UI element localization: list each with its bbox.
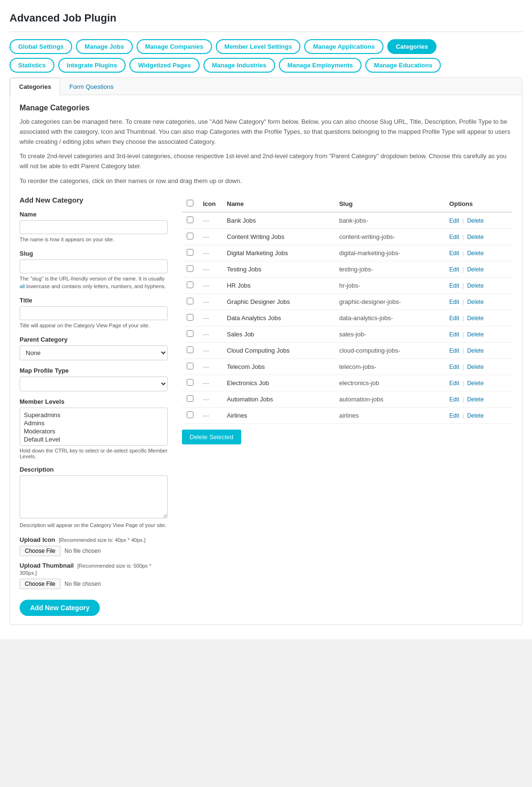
row-icon-11: --- <box>198 391 222 407</box>
edit-link-1[interactable]: Edit <box>449 234 459 240</box>
add-category-button[interactable]: Add New Category <box>20 600 100 616</box>
choose-file-icon-button[interactable]: Choose File <box>20 546 61 556</box>
nav-btn-global-settings[interactable]: Global Settings <box>10 39 72 54</box>
row-checkbox-8[interactable] <box>187 346 193 353</box>
edit-link-3[interactable]: Edit <box>449 266 459 273</box>
row-options-11: Edit | Delete <box>445 391 512 407</box>
row-name-10: Electronics Job <box>222 375 334 391</box>
delete-link-6[interactable]: Delete <box>467 315 484 322</box>
upload-icon-controls: Choose File No file chosen <box>20 546 168 556</box>
row-checkbox-12[interactable] <box>187 411 193 418</box>
edit-link-7[interactable]: Edit <box>449 331 459 338</box>
nav-btn-member-level-settings[interactable]: Member Level Settings <box>216 39 301 54</box>
slug-input[interactable] <box>20 259 168 273</box>
row-checkbox-9[interactable] <box>187 363 193 369</box>
delete-selected-button[interactable]: Delete Selected <box>182 430 241 444</box>
name-input[interactable] <box>20 220 168 234</box>
edit-link-12[interactable]: Edit <box>449 412 459 419</box>
edit-link-4[interactable]: Edit <box>449 282 459 289</box>
row-icon-1: --- <box>198 228 222 245</box>
table-row: --- Digital Marketing Jobs digital-marke… <box>182 245 512 261</box>
upload-icon-group: Upload Icon [Recommended size is: 40px *… <box>20 536 168 556</box>
table-row: --- Sales Job sales-job- Edit | Delete <box>182 326 512 342</box>
description-textarea[interactable] <box>20 475 168 518</box>
row-checkbox-4[interactable] <box>187 281 193 288</box>
select-all-checkbox[interactable] <box>187 200 193 206</box>
nav-btn-manage-industries[interactable]: Manage Industries <box>203 58 275 73</box>
table-row: --- Automation Jobs automation-jobs Edit… <box>182 391 512 407</box>
delete-link-2[interactable]: Delete <box>467 250 484 257</box>
no-file-icon-text: No file chosen <box>64 548 101 554</box>
nav-btn-categories[interactable]: Categories <box>387 39 436 54</box>
options-sep-7: | <box>462 331 464 338</box>
table-row: --- Telecom Jobs telecom-jobs- Edit | De… <box>182 358 512 375</box>
edit-link-5[interactable]: Edit <box>449 299 459 305</box>
delete-link-3[interactable]: Delete <box>467 266 484 273</box>
edit-link-0[interactable]: Edit <box>449 217 459 224</box>
upload-icon-hint: [Recommended size is: 40px * 40px.] <box>59 537 146 543</box>
row-checkbox-7[interactable] <box>187 330 193 337</box>
row-checkbox-11[interactable] <box>187 395 193 402</box>
table-row: --- Testing Jobs testing-jobs- Edit | De… <box>182 261 512 277</box>
tab-categories[interactable]: Categories <box>10 78 60 95</box>
row-checkbox-5[interactable] <box>187 298 193 304</box>
row-options-3: Edit | Delete <box>445 261 512 277</box>
row-checkbox-1[interactable] <box>187 233 193 239</box>
col-icon: Icon <box>198 196 222 212</box>
col-options: Options <box>445 196 512 212</box>
nav-btn-widgetized-pages[interactable]: Widgetized Pages <box>129 58 199 73</box>
delete-link-0[interactable]: Delete <box>467 217 484 224</box>
delete-link-12[interactable]: Delete <box>467 412 484 419</box>
row-icon-4: --- <box>198 277 222 293</box>
options-sep-0: | <box>462 217 464 224</box>
nav-btn-manage-jobs[interactable]: Manage Jobs <box>76 39 132 54</box>
nav-btn-manage-employments[interactable]: Manage Employments <box>279 58 362 73</box>
row-checkbox-2[interactable] <box>187 249 193 256</box>
delete-link-11[interactable]: Delete <box>467 396 484 403</box>
row-name-2: Digital Marketing Jobs <box>222 245 334 261</box>
edit-link-10[interactable]: Edit <box>449 380 459 387</box>
delete-link-4[interactable]: Delete <box>467 282 484 289</box>
nav-btn-manage-applications[interactable]: Manage Applications <box>304 39 383 54</box>
row-name-9: Telecom Jobs <box>222 358 334 375</box>
row-checkbox-3[interactable] <box>187 265 193 272</box>
nav-btn-manage-educations[interactable]: Manage Educations <box>365 58 441 73</box>
delete-link-8[interactable]: Delete <box>467 347 484 354</box>
nav-btn-statistics[interactable]: Statistics <box>10 58 54 73</box>
description-label: Description <box>20 466 168 473</box>
row-slug-4: hr-jobs- <box>334 277 445 293</box>
row-slug-7: sales-job- <box>334 326 445 342</box>
edit-link-11[interactable]: Edit <box>449 396 459 403</box>
row-name-6: Data Analytics Jobs <box>222 310 334 326</box>
member-levels-list[interactable]: SuperadminsAdminsModeratorsDefault Level <box>20 408 168 446</box>
row-options-6: Edit | Delete <box>445 310 512 326</box>
nav-btn-manage-companies[interactable]: Manage Companies <box>137 39 212 54</box>
delete-link-5[interactable]: Delete <box>467 299 484 305</box>
slug-hint-link[interactable]: all <box>20 283 25 289</box>
delete-link-10[interactable]: Delete <box>467 380 484 387</box>
row-checkbox-10[interactable] <box>187 379 193 386</box>
map-profile-type-select[interactable] <box>20 377 168 391</box>
upload-thumbnail-group: Upload Thumbnail [Recommended size is: 5… <box>20 562 168 589</box>
member-level-item: Default Level <box>24 435 163 443</box>
tabs: CategoriesForm Questions <box>10 78 522 95</box>
parent-category-select[interactable]: None <box>20 345 168 360</box>
row-name-8: Cloud Computing Jobs <box>222 342 334 358</box>
choose-file-thumbnail-button[interactable]: Choose File <box>20 579 61 589</box>
delete-link-1[interactable]: Delete <box>467 234 484 240</box>
tab-form-questions[interactable]: Form Questions <box>60 78 122 95</box>
row-checkbox-0[interactable] <box>187 216 193 223</box>
row-checkbox-6[interactable] <box>187 314 193 321</box>
options-sep-3: | <box>462 266 464 273</box>
edit-link-9[interactable]: Edit <box>449 364 459 370</box>
edit-link-8[interactable]: Edit <box>449 347 459 354</box>
title-input[interactable] <box>20 306 168 320</box>
row-slug-9: telecom-jobs- <box>334 358 445 375</box>
row-icon-8: --- <box>198 342 222 358</box>
delete-link-7[interactable]: Delete <box>467 331 484 338</box>
delete-link-9[interactable]: Delete <box>467 364 484 370</box>
info-text-2: To create 2nd-level categories and 3rd-l… <box>20 151 512 172</box>
edit-link-2[interactable]: Edit <box>449 250 459 257</box>
nav-btn-integrate-plugins[interactable]: Integrate Plugins <box>58 58 126 73</box>
edit-link-6[interactable]: Edit <box>449 315 459 322</box>
